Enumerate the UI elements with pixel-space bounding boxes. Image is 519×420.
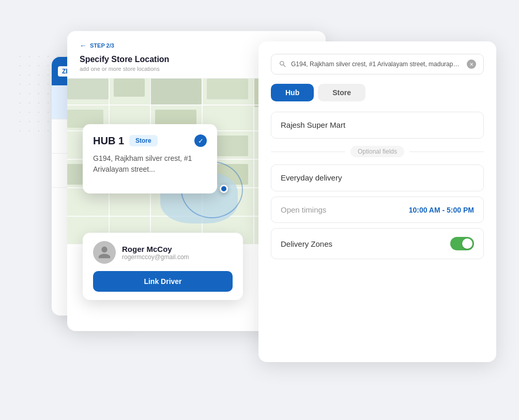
- open-timings-value: 10:00 AM - 5:00 PM: [409, 206, 474, 214]
- toggle-knob: [462, 238, 472, 249]
- search-icon: [279, 60, 287, 68]
- link-driver-button[interactable]: Link Driver: [93, 271, 233, 292]
- form-panel: G194, Rajkham silver crest, #1 Arivalaya…: [258, 41, 496, 362]
- tab-store[interactable]: Store: [318, 84, 365, 101]
- divider-right: [409, 152, 484, 152]
- store-name-field[interactable]: Rajesh Super Mart: [271, 112, 484, 139]
- delivery-zones-toggle[interactable]: [450, 237, 474, 250]
- driver-email: rogermccoy@gmail.com: [122, 253, 189, 261]
- hub-badge: Store: [129, 135, 158, 146]
- driver-name: Roger McCoy: [122, 245, 189, 253]
- tab-group: Hub Store: [271, 84, 484, 101]
- map-pin: [220, 185, 228, 193]
- main-container: ZEO Home Feed Store: [52, 31, 496, 383]
- driver-card: Roger McCoy rogermccoy@gmail.com Link Dr…: [83, 233, 243, 300]
- hub-title: HUB 1: [93, 135, 124, 147]
- optional-label: Optional fields: [350, 146, 404, 157]
- hub-check-icon: ✓: [194, 134, 207, 147]
- back-arrow-icon: ←: [80, 41, 87, 50]
- hub-card-header: HUB 1 Store ✓: [93, 134, 207, 147]
- delivery-zones-row[interactable]: Delivery Zones: [271, 228, 484, 259]
- driver-info: Roger McCoy rogermccoy@gmail.com: [93, 241, 233, 264]
- open-timings-label: Open timings: [281, 205, 326, 214]
- driver-details: Roger McCoy rogermccoy@gmail.com: [122, 245, 189, 261]
- description-value: Everyday delivery: [281, 173, 342, 182]
- hub-address: G194, Rajkham silver crest, #1 Arivalaya…: [93, 153, 207, 175]
- description-field[interactable]: Everyday delivery: [271, 164, 484, 191]
- open-timings-row[interactable]: Open timings 10:00 AM - 5:00 PM: [271, 197, 484, 223]
- driver-avatar: [93, 241, 116, 264]
- search-clear-button[interactable]: ✕: [467, 59, 476, 69]
- store-name-value: Rajesh Super Mart: [281, 121, 345, 129]
- hub-card: HUB 1 Store ✓ G194, Rajkham silver crest…: [83, 124, 217, 193]
- tab-hub[interactable]: Hub: [271, 84, 314, 101]
- search-input-value: G194, Rajkham silver crest, #1 Arivalaya…: [291, 61, 463, 68]
- optional-divider: Optional fields: [271, 146, 484, 157]
- delivery-zones-label: Delivery Zones: [281, 239, 332, 248]
- search-bar[interactable]: G194, Rajkham silver crest, #1 Arivalaya…: [271, 54, 484, 74]
- divider-left: [271, 152, 345, 152]
